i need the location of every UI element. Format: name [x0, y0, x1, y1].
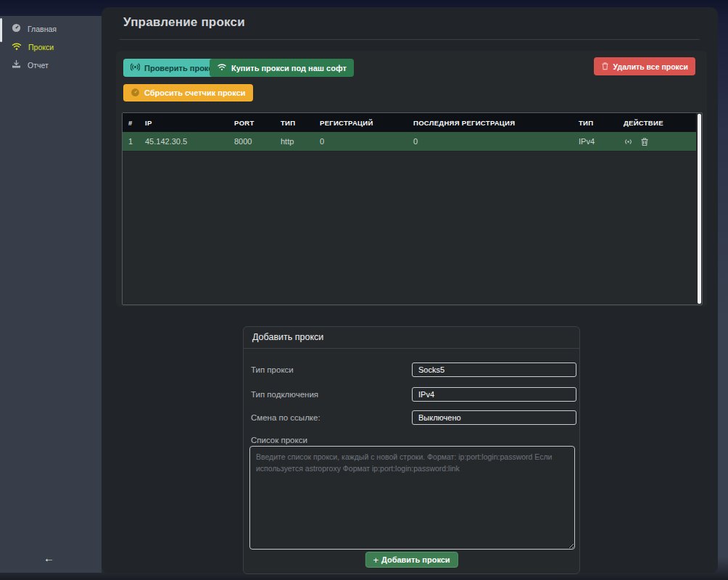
wifi-icon	[12, 42, 22, 52]
plus-icon: +	[373, 555, 379, 566]
col-header-index: #	[123, 119, 145, 127]
add-proxy-form: Добавить прокси Тип прокси Socks5 Тип по…	[243, 326, 580, 574]
download-icon	[12, 59, 21, 70]
delete-all-proxies-label: Удалить все прокси	[613, 62, 688, 71]
col-header-last-registration: ПОСЛЕДНЯЯ РЕГИСТРАЦИЯ	[413, 119, 579, 127]
connection-type-select[interactable]: IPv4	[412, 387, 576, 402]
sidebar: Главная Прокси Отчет ←	[0, 16, 102, 573]
window-scrollbar-sliver[interactable]	[0, 18, 2, 42]
reset-counter-label: Сбросить счетчик прокси	[144, 88, 246, 97]
col-header-registrations: РЕГИСТРАЦИЙ	[320, 119, 413, 127]
proxy-type-label: Тип прокси	[251, 365, 294, 374]
cell-last-registration: 0	[413, 137, 579, 146]
check-proxy-action-icon[interactable]	[624, 137, 633, 146]
cell-type: http	[281, 137, 320, 146]
link-rotation-select[interactable]: Выключено	[412, 410, 576, 425]
add-proxy-label: Добавить прокси	[381, 555, 450, 564]
proxies-panel: Проверить прокси Купить прокси под наш с…	[116, 51, 707, 307]
wifi-icon	[217, 63, 227, 72]
wifi-tethering-icon	[131, 62, 140, 73]
proxy-list-label: Список прокси	[251, 436, 307, 444]
delete-proxy-action-icon[interactable]	[640, 137, 649, 146]
col-header-ip-type: ТИП	[579, 119, 624, 127]
cell-ip-type: IPv4	[579, 137, 624, 146]
sidebar-collapse-button[interactable]: ←	[44, 552, 54, 564]
reset-counter-button[interactable]: Сбросить счетчик прокси	[123, 84, 253, 102]
cell-port: 8000	[234, 137, 281, 146]
proxy-type-select[interactable]: Socks5	[412, 362, 576, 377]
speedometer-icon	[131, 88, 140, 99]
sidebar-item-label: Главная	[28, 25, 57, 33]
delete-all-proxies-button[interactable]: Удалить все прокси	[594, 57, 695, 75]
table-header-row: # IP PORT ТИП РЕГИСТРАЦИЙ ПОСЛЕДНЯЯ РЕГИ…	[123, 113, 696, 132]
title-divider	[120, 39, 700, 40]
cell-index: 1	[123, 137, 145, 146]
sidebar-item-report[interactable]: Отчет	[0, 56, 102, 74]
sidebar-item-label: Прокси	[28, 43, 54, 51]
trash-icon	[601, 62, 609, 72]
buy-proxies-button[interactable]: Купить прокси под наш софт	[210, 59, 354, 77]
sidebar-item-proxies[interactable]: Прокси	[0, 38, 102, 56]
form-title: Добавить прокси	[244, 327, 579, 349]
buy-proxies-label: Купить прокси под наш софт	[231, 64, 347, 72]
proxy-list-textarea[interactable]	[249, 446, 575, 550]
connection-type-label: Тип подключения	[251, 390, 318, 399]
main-content: Управление прокси Проверить прокси Купит…	[102, 7, 718, 573]
col-header-port: PORT	[234, 119, 281, 127]
add-proxy-button[interactable]: + Добавить прокси	[365, 552, 458, 568]
cell-registrations: 0	[320, 137, 413, 146]
col-header-type: ТИП	[281, 119, 320, 127]
dashboard-icon	[12, 23, 21, 34]
proxies-table: # IP PORT ТИП РЕГИСТРАЦИЙ ПОСЛЕДНЯЯ РЕГИ…	[122, 112, 703, 305]
col-header-action: ДЕЙСТВИЕ	[624, 119, 696, 127]
cell-ip: 45.142.30.5	[145, 137, 234, 146]
check-proxies-label: Проверить прокси	[144, 64, 218, 72]
sidebar-item-home[interactable]: Главная	[0, 20, 102, 38]
link-rotation-label: Смена по ссылке:	[251, 413, 320, 422]
table-scrollbar[interactable]	[698, 114, 701, 304]
col-header-ip: IP	[145, 119, 234, 127]
cell-actions	[624, 137, 696, 146]
table-row: 1 45.142.30.5 8000 http 0 0 IPv4	[123, 132, 696, 152]
sidebar-item-label: Отчет	[28, 61, 49, 70]
page-title: Управление прокси	[123, 15, 245, 30]
